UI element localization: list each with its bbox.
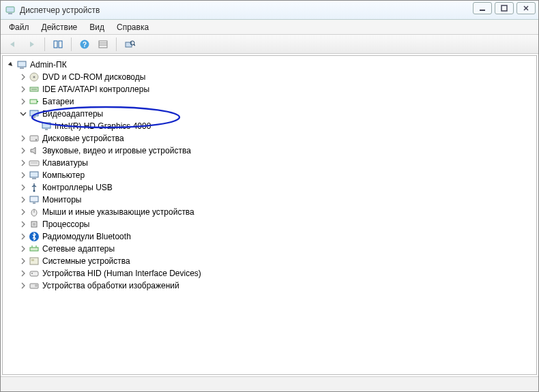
expand-icon[interactable] (19, 232, 27, 241)
tree-category[interactable]: Мыши и иные указывающие устройства (19, 206, 536, 218)
svg-rect-45 (30, 271, 38, 276)
expand-icon[interactable] (19, 257, 27, 265)
ide-icon (29, 84, 40, 95)
svg-rect-30 (30, 172, 38, 177)
imaging-icon (29, 280, 40, 291)
svg-rect-26 (30, 136, 38, 141)
app-icon (5, 5, 16, 16)
svg-rect-23 (33, 117, 35, 118)
svg-rect-2 (480, 10, 485, 11)
expand-icon[interactable] (19, 208, 27, 216)
tree-category[interactable]: Компьютер (19, 169, 536, 181)
bluetooth-icon (29, 231, 40, 242)
tree-category[interactable]: Мониторы (19, 194, 536, 206)
menu-action[interactable]: Действие (36, 21, 83, 33)
window-controls (473, 2, 536, 14)
tree-category[interactable]: Радиомодули Bluetooth (19, 230, 536, 243)
cpu-icon (29, 219, 40, 230)
disc-icon (29, 72, 40, 82)
usb-icon (29, 182, 40, 193)
expand-icon[interactable] (19, 147, 27, 155)
svg-rect-0 (6, 7, 14, 12)
forward-button[interactable] (23, 37, 40, 52)
tree-category[interactable]: Сетевые адаптеры (19, 243, 536, 255)
category-label: Радиомодули Bluetooth (42, 230, 131, 243)
tree-category[interactable]: Контроллеры USB (19, 181, 536, 194)
close-button[interactable] (516, 2, 536, 14)
network-icon (29, 243, 40, 254)
expand-icon[interactable] (19, 220, 27, 228)
monitor-icon (29, 194, 40, 205)
svg-rect-1 (8, 13, 12, 14)
svg-point-32 (33, 190, 35, 192)
keyboard-icon (29, 157, 40, 168)
expand-icon[interactable] (19, 282, 27, 290)
tree-category[interactable]: Клавиатуры (19, 157, 536, 169)
mouse-icon (29, 207, 40, 217)
svg-rect-4 (54, 41, 57, 48)
menu-view[interactable]: Вид (84, 21, 110, 33)
scan-hardware-button[interactable] (121, 37, 138, 52)
tree-category[interactable]: Процессоры (19, 218, 536, 230)
collapse-icon[interactable] (19, 110, 27, 118)
properties-button[interactable] (95, 37, 111, 52)
display-icon (29, 108, 40, 119)
device-manager-window: Диспетчер устройств Файл Действие Вид Сп… (0, 0, 539, 392)
expand-icon[interactable] (19, 245, 27, 253)
category-label: Сетевые адаптеры (42, 243, 115, 255)
category-label: Процессоры (42, 218, 90, 230)
tree-category[interactable]: Батареи (19, 95, 536, 108)
category-label: Системные устройства (42, 255, 130, 267)
category-label: Компьютер (42, 169, 85, 181)
tree-category[interactable]: Звуковые, видео и игровые устройства (19, 145, 536, 157)
expand-icon[interactable] (19, 269, 27, 277)
expand-icon[interactable] (19, 183, 27, 192)
maximize-button[interactable] (495, 2, 514, 14)
category-label: Батареи (42, 95, 74, 108)
tree-category[interactable]: Дисковые устройства (19, 132, 536, 145)
collapse-icon[interactable] (7, 61, 15, 69)
disk-icon (29, 133, 40, 144)
expand-icon[interactable] (19, 134, 27, 142)
svg-rect-8 (99, 41, 107, 48)
system-icon (29, 256, 40, 267)
device-tree[interactable]: Admin-ПК DVD и CD-ROM дисководыIDE ATA/A… (3, 59, 536, 292)
category-label: Устройства HID (Human Interface Devices) (42, 267, 201, 280)
expand-icon[interactable] (19, 196, 27, 204)
svg-point-46 (31, 273, 33, 274)
menu-help[interactable]: Справка (111, 21, 154, 33)
tree-device[interactable]: Intel(R) HD Graphics 4000 (31, 120, 536, 132)
toolbar-separator (71, 37, 72, 51)
tree-root[interactable]: Admin-ПК DVD и CD-ROM дисководыIDE ATA/A… (7, 59, 536, 292)
tree-category[interactable]: Системные устройства (19, 255, 536, 267)
expand-icon[interactable] (19, 171, 27, 179)
category-label: Мониторы (42, 194, 81, 206)
tree-category[interactable]: IDE ATA/ATAPI контроллеры (19, 83, 536, 95)
tree-category[interactable]: Устройства HID (Human Interface Devices) (19, 267, 536, 280)
tree-category[interactable]: Устройства обработки изображений (19, 280, 536, 292)
svg-rect-20 (30, 100, 37, 104)
category-label: Устройства обработки изображений (42, 280, 179, 292)
help-button[interactable]: ? (76, 37, 93, 52)
root-label: Admin-ПК (30, 59, 67, 71)
tree-category[interactable]: DVD и CD-ROM дисководы (19, 71, 536, 83)
svg-rect-31 (32, 178, 36, 179)
minimize-button[interactable] (473, 2, 492, 14)
category-label: Видеоадаптеры (42, 108, 103, 120)
svg-rect-15 (20, 67, 24, 69)
svg-rect-5 (59, 41, 62, 48)
svg-rect-34 (33, 202, 35, 204)
display-icon (41, 121, 52, 132)
show-hide-console-button[interactable] (50, 37, 66, 52)
toolbar-separator (44, 37, 45, 51)
category-label: Клавиатуры (42, 157, 88, 169)
expand-icon[interactable] (19, 159, 27, 167)
expand-icon[interactable] (19, 97, 27, 106)
expand-icon[interactable] (19, 85, 27, 93)
menu-file[interactable]: Файл (3, 21, 35, 33)
device-tree-panel[interactable]: Admin-ПК DVD и CD-ROM дисководыIDE ATA/A… (2, 55, 537, 375)
tree-category[interactable]: ВидеоадаптерыIntel(R) HD Graphics 4000 (19, 108, 536, 132)
back-button[interactable] (5, 37, 21, 52)
toolbar-separator (116, 37, 117, 51)
expand-icon[interactable] (19, 73, 27, 81)
